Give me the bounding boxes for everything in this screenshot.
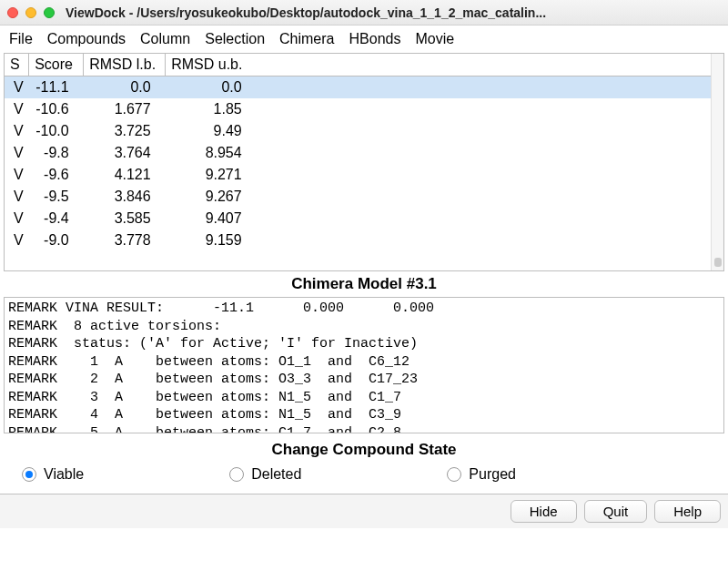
- col-header[interactable]: Score: [29, 54, 84, 76]
- table-cell: -9.4: [29, 208, 84, 229]
- menubar: FileCompoundsColumnSelectionChimeraHBond…: [0, 25, 728, 53]
- table-row[interactable]: V-9.03.7789.159: [5, 229, 723, 251]
- table-cell: 9.267: [166, 186, 257, 208]
- menu-file[interactable]: File: [9, 31, 33, 47]
- table-row[interactable]: V-10.61.6771.85: [5, 98, 723, 120]
- table-cell: -11.1: [29, 76, 84, 99]
- table-cell: V: [5, 164, 29, 186]
- radio-label: Deleted: [251, 466, 301, 483]
- table-cell: [257, 164, 723, 186]
- table-cell: -9.8: [29, 142, 84, 164]
- table-cell: 3.764: [84, 142, 166, 164]
- radio-label: Purged: [469, 466, 516, 483]
- titlebar: ViewDock - /Users/ryosukeokubo/Desktop/a…: [0, 0, 728, 25]
- table-cell: 3.846: [84, 186, 166, 208]
- hide-button[interactable]: Hide: [511, 500, 577, 523]
- help-button[interactable]: Help: [654, 500, 721, 523]
- minimize-icon[interactable]: [25, 7, 36, 18]
- table-cell: V: [5, 76, 29, 99]
- table-row[interactable]: V-10.03.7259.49: [5, 120, 723, 142]
- table-row[interactable]: V-11.10.00.0: [5, 76, 723, 99]
- radio-icon: [447, 467, 461, 482]
- table-row[interactable]: V-9.53.8469.267: [5, 186, 723, 208]
- table-cell: 9.407: [166, 208, 257, 229]
- window-controls: [7, 7, 55, 18]
- zoom-icon[interactable]: [44, 7, 55, 18]
- menu-hbonds[interactable]: HBonds: [349, 31, 401, 47]
- radio-label: Viable: [44, 466, 84, 483]
- bottom-bar: Hide Quit Help: [0, 494, 728, 528]
- state-radio-deleted[interactable]: Deleted: [229, 466, 301, 483]
- table-cell: 8.954: [166, 142, 257, 164]
- table-cell: [257, 208, 723, 229]
- col-header[interactable]: RMSD l.b.: [84, 54, 166, 76]
- menu-chimera[interactable]: Chimera: [279, 31, 334, 47]
- results-table: SScoreRMSD l.b.RMSD u.b. V-11.10.00.0V-1…: [4, 53, 724, 271]
- table-cell: V: [5, 120, 29, 142]
- table-cell: 3.778: [84, 229, 166, 251]
- table-cell: V: [5, 229, 29, 251]
- menu-movie[interactable]: Movie: [415, 31, 454, 47]
- table-cell: V: [5, 142, 29, 164]
- table-cell: [257, 142, 723, 164]
- col-header[interactable]: RMSD u.b.: [166, 54, 257, 76]
- table-cell: -9.0: [29, 229, 84, 251]
- table-row[interactable]: V-9.64.1219.271: [5, 164, 723, 186]
- window-title: ViewDock - /Users/ryosukeokubo/Desktop/a…: [66, 5, 721, 20]
- table-cell: 1.677: [84, 98, 166, 120]
- table-cell: -9.6: [29, 164, 84, 186]
- table-cell: [257, 76, 723, 99]
- menu-column[interactable]: Column: [140, 31, 190, 47]
- table-row[interactable]: V-9.43.5859.407: [5, 208, 723, 229]
- table-cell: 9.159: [166, 229, 257, 251]
- table-cell: V: [5, 98, 29, 120]
- table-cell: [257, 98, 723, 120]
- table-cell: 3.725: [84, 120, 166, 142]
- close-icon[interactable]: [7, 7, 18, 18]
- table-cell: 9.49: [166, 120, 257, 142]
- col-header-spacer: [257, 54, 723, 76]
- table-cell: 3.585: [84, 208, 166, 229]
- table-cell: 4.121: [84, 164, 166, 186]
- state-radio-viable[interactable]: Viable: [22, 466, 84, 483]
- col-header[interactable]: S: [5, 54, 29, 76]
- table-scrollbar[interactable]: [711, 54, 723, 270]
- table-cell: -10.0: [29, 120, 84, 142]
- table-cell: [257, 120, 723, 142]
- table-cell: -10.6: [29, 98, 84, 120]
- radio-icon: [229, 467, 244, 482]
- quit-button[interactable]: Quit: [584, 500, 648, 523]
- table-cell: 0.0: [84, 76, 166, 99]
- table-cell: 1.85: [166, 98, 257, 120]
- table-cell: [257, 229, 723, 251]
- menu-compounds[interactable]: Compounds: [47, 31, 126, 47]
- state-radio-group: ViableDeletedPurged: [0, 463, 728, 494]
- table-cell: V: [5, 186, 29, 208]
- table-cell: [257, 186, 723, 208]
- radio-icon: [22, 467, 36, 482]
- menu-selection[interactable]: Selection: [205, 31, 265, 47]
- table-cell: 0.0: [166, 76, 257, 99]
- table-row[interactable]: V-9.83.7648.954: [5, 142, 723, 164]
- table-cell: 9.271: [166, 164, 257, 186]
- state-title: Change Compound State: [0, 433, 728, 463]
- model-title: Chimera Model #3.1: [0, 271, 728, 297]
- state-radio-purged[interactable]: Purged: [447, 466, 516, 483]
- table-cell: V: [5, 208, 29, 229]
- remark-box: REMARK VINA RESULT: -11.1 0.000 0.000 RE…: [4, 297, 724, 433]
- table-cell: -9.5: [29, 186, 84, 208]
